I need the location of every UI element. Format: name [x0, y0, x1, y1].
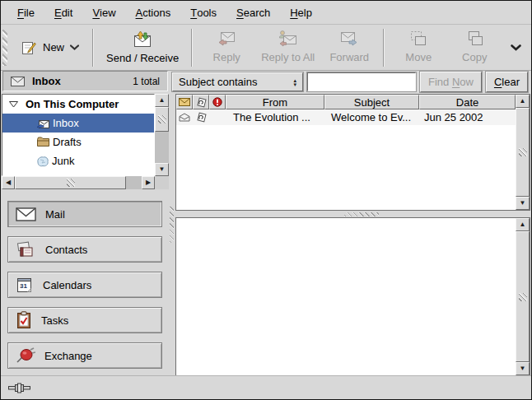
thumb-grip: [67, 179, 75, 187]
tasks-icon: [16, 311, 32, 329]
exchange-plug-icon: [16, 347, 35, 364]
search-criteria-dropdown[interactable]: Subject contains ▴ ▾: [172, 72, 303, 91]
menu-search[interactable]: Search: [226, 1, 280, 24]
thumb-grip: [158, 115, 166, 123]
importance-icon: [212, 97, 222, 107]
tree-node-junk[interactable]: Junk: [2, 151, 154, 170]
label-part: ctions: [142, 7, 170, 19]
scroll-right-icon[interactable]: ▶: [142, 176, 155, 189]
send-receive-label: Send / Receive: [106, 52, 179, 64]
menu-actions[interactable]: Actions: [126, 1, 181, 24]
message-from: The Evolution ...: [226, 111, 324, 123]
scrollbar-thumb[interactable]: [15, 176, 126, 189]
label-part: earch: [244, 7, 271, 19]
label-mnemonic: F: [17, 7, 24, 19]
folder-message-count: 1 total: [133, 76, 160, 87]
tree-node-on-this-computer[interactable]: On This Computer: [2, 95, 154, 114]
folder-title-bar: Inbox 1 total: [2, 71, 168, 91]
message-row[interactable]: The Evolution ... Welcome to Ev... Jun 2…: [176, 109, 516, 125]
splitter-grip: [344, 212, 379, 216]
column-date[interactable]: Date: [419, 95, 516, 109]
scrollbar-track[interactable]: [155, 132, 169, 163]
evolution-window: File Edit View Actions Tools Search Help…: [0, 0, 532, 400]
folder-tree-horizontal-scrollbar[interactable]: ◀ ▶: [2, 176, 155, 189]
message-date: Jun 25 2002: [419, 111, 516, 123]
contacts-icon: [16, 241, 36, 258]
mail-icon: [16, 207, 36, 221]
message-attachment-indicator: [193, 112, 209, 123]
preview-scrollbar[interactable]: ▲ ▼: [516, 218, 530, 375]
folder-tree-vertical-scrollbar[interactable]: ▲ ▼: [155, 94, 169, 176]
reply-button[interactable]: Reply: [198, 27, 254, 67]
message-list-scrollbar[interactable]: ▲ ▼: [516, 95, 530, 210]
column-attachment[interactable]: [193, 95, 209, 109]
label-part: ow: [460, 76, 474, 88]
shortcut-label: Exchange: [44, 350, 92, 362]
splitter-grip: [170, 207, 174, 243]
tree-node-inbox[interactable]: Inbox: [2, 114, 154, 133]
scrollbar-thumb[interactable]: [155, 107, 169, 132]
column-importance[interactable]: [209, 95, 226, 109]
shortcut-calendars-button[interactable]: 31 Calendars: [7, 272, 162, 298]
move-message-icon: [408, 30, 429, 48]
label-mnemonic: E: [54, 7, 62, 19]
scroll-down-icon[interactable]: ▼: [516, 362, 530, 375]
column-subject[interactable]: Subject: [324, 95, 419, 109]
reply-to-all-button[interactable]: Reply to All: [254, 27, 321, 67]
online-status-connector-icon[interactable]: [8, 383, 33, 393]
toolbar-drag-handle[interactable]: [2, 30, 7, 66]
preview-pane[interactable]: ▲ ▼: [175, 217, 530, 376]
toolbar-overflow-chevron-icon[interactable]: [511, 44, 521, 51]
expander-triangle-icon[interactable]: [8, 100, 19, 109]
junk-folder-icon: [36, 156, 49, 167]
tree-node-drafts[interactable]: Drafts: [2, 133, 154, 151]
search-input[interactable]: [307, 72, 416, 91]
scroll-left-icon[interactable]: ◀: [2, 176, 15, 189]
tree-node-label: On This Computer: [26, 98, 119, 110]
menu-help[interactable]: Help: [280, 1, 322, 24]
move-button[interactable]: Move: [390, 27, 446, 67]
scroll-down-icon[interactable]: ▼: [155, 163, 169, 176]
label-part: ile: [24, 7, 35, 19]
shortcut-contacts-button[interactable]: Contacts: [7, 236, 162, 263]
menu-bar: File Edit View Actions Tools Search Help: [1, 1, 531, 25]
find-now-button[interactable]: Find Now: [420, 72, 482, 92]
column-label: From: [263, 96, 287, 109]
new-message-icon: [21, 40, 37, 56]
column-message-status[interactable]: [176, 95, 193, 109]
label-part: ools: [197, 7, 217, 19]
label-mnemonic: T: [190, 7, 197, 19]
menu-tools[interactable]: Tools: [180, 1, 226, 24]
scroll-up-icon[interactable]: ▲: [516, 95, 530, 108]
horizontal-pane-splitter[interactable]: [175, 211, 530, 217]
scroll-down-icon[interactable]: ▼: [516, 197, 530, 210]
column-from[interactable]: From: [226, 95, 324, 109]
vertical-pane-splitter[interactable]: [169, 93, 175, 376]
inbox-folder-icon: [36, 118, 50, 129]
open-envelope-icon: [179, 113, 190, 122]
toolbar-separator: [383, 29, 385, 67]
scroll-up-icon[interactable]: ▲: [155, 94, 169, 107]
new-button[interactable]: New: [13, 35, 86, 61]
clear-button[interactable]: Clear: [486, 72, 528, 92]
scrollbar-thumb[interactable]: [516, 231, 530, 362]
forward-button[interactable]: Forward: [321, 27, 377, 67]
copy-label: Copy: [462, 51, 487, 63]
attachment-icon: [196, 112, 207, 123]
folder-tree: On This Computer Inbox Drafts: [2, 94, 155, 176]
copy-button[interactable]: Copy: [446, 27, 502, 67]
shortcut-bar: Mail Contacts 31 Calendars Tasks: [1, 189, 169, 376]
scrollbar-thumb[interactable]: [516, 108, 530, 197]
shortcut-mail-button[interactable]: Mail: [7, 201, 162, 227]
scroll-up-icon[interactable]: ▲: [516, 218, 530, 231]
label-mnemonic: N: [452, 76, 460, 88]
menu-view[interactable]: View: [82, 1, 125, 24]
scrollbar-track[interactable]: [126, 176, 142, 189]
attachment-icon: [196, 97, 207, 108]
shortcut-tasks-button[interactable]: Tasks: [7, 307, 162, 333]
menu-file[interactable]: File: [7, 1, 44, 24]
reply-to-all-label: Reply to All: [261, 51, 315, 63]
shortcut-exchange-button[interactable]: Exchange: [7, 342, 162, 369]
send-receive-button[interactable]: Send / Receive: [100, 26, 185, 68]
menu-edit[interactable]: Edit: [44, 1, 82, 24]
